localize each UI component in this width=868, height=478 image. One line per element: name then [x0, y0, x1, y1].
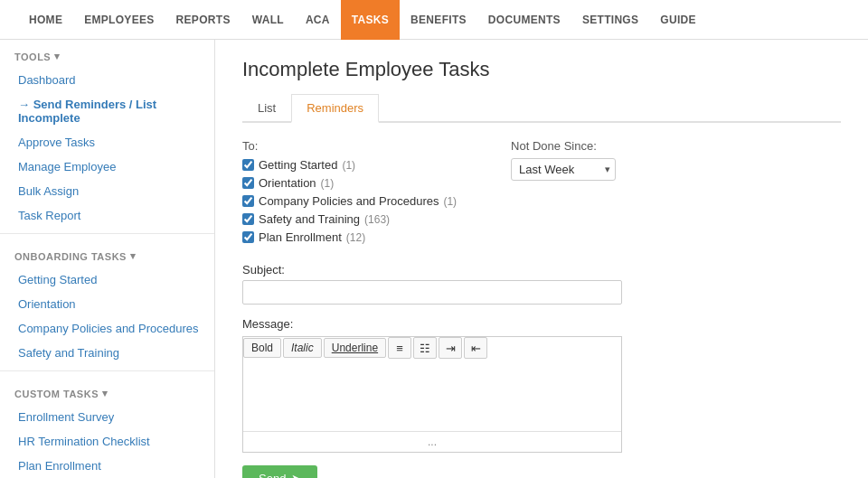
sidebar-item-approve-tasks[interactable]: Approve Tasks: [0, 130, 214, 155]
checkbox-plan-enrollment-input[interactable]: [242, 231, 254, 243]
sidebar-item-manage-employee[interactable]: Manage Employee: [0, 155, 214, 179]
tools-section-header: TOOLS ▾: [0, 40, 214, 68]
checkbox-company-policies[interactable]: Company Policies and Procedures (1): [242, 194, 457, 208]
sidebar-item-getting-started[interactable]: Getting Started: [0, 267, 214, 292]
editor-toolbar: Bold Italic Underline ≡ ☷ ⇥ ⇤: [243, 337, 621, 359]
sidebar-item-hr-termination-checklist[interactable]: HR Termination Checklist: [0, 429, 214, 454]
sidebar-item-plan-enrollment[interactable]: Plan Enrollment: [0, 454, 214, 478]
sidebar-item-company-policies[interactable]: Company Policies and Procedures: [0, 316, 214, 341]
checkbox-getting-started-input[interactable]: [242, 159, 254, 171]
sidebar-item-send-reminders[interactable]: Send Reminders / List Incomplete: [0, 92, 214, 130]
checkbox-orientation[interactable]: Orientation (1): [242, 176, 457, 190]
message-textarea[interactable]: [243, 359, 621, 431]
subject-label: Subject:: [242, 263, 841, 276]
nav-wall[interactable]: WALL: [241, 0, 295, 40]
underline-button[interactable]: Underline: [324, 338, 386, 358]
nav-guide[interactable]: GUIDE: [649, 0, 707, 40]
send-button[interactable]: Send ➤: [242, 465, 317, 478]
tab-reminders[interactable]: Reminders: [291, 94, 379, 123]
nav-aca[interactable]: ACA: [295, 0, 341, 40]
not-done-select-wrapper: Last Week Last Month Last 3 Months Last …: [511, 158, 616, 181]
checkbox-getting-started-label: Getting Started: [259, 158, 337, 172]
nav-settings[interactable]: SETTINGS: [571, 0, 649, 40]
message-editor: Bold Italic Underline ≡ ☷ ⇥ ⇤ ...: [242, 336, 622, 453]
subject-input[interactable]: [242, 280, 622, 305]
top-nav: HOME EMPLOYEES REPORTS WALL ACA TASKS BE…: [0, 0, 868, 40]
subject-section: Subject:: [242, 263, 841, 305]
tools-chevron-icon: ▾: [54, 51, 61, 62]
main-content: Incomplete Employee Tasks List Reminders…: [215, 40, 868, 478]
sidebar: TOOLS ▾ Dashboard Send Reminders / List …: [0, 40, 215, 478]
sidebar-item-enrollment-survey[interactable]: Enrollment Survey: [0, 405, 214, 429]
nav-home[interactable]: HOME: [18, 0, 73, 40]
italic-button[interactable]: Italic: [283, 338, 322, 358]
not-done-section: Not Done Since: Last Week Last Month Las…: [511, 139, 616, 248]
list-unordered-icon[interactable]: ≡: [388, 337, 411, 359]
checkbox-safety-training-input[interactable]: [242, 213, 254, 225]
page-title: Incomplete Employee Tasks: [242, 58, 841, 81]
checkbox-getting-started[interactable]: Getting Started (1): [242, 158, 457, 172]
sidebar-item-orientation[interactable]: Orientation: [0, 292, 214, 316]
checkbox-plan-enrollment-count: (12): [346, 231, 365, 244]
to-label: To:: [242, 139, 457, 153]
nav-employees[interactable]: EMPLOYEES: [73, 0, 165, 40]
not-done-label: Not Done Since:: [511, 139, 616, 153]
sidebar-item-task-report[interactable]: Task Report: [0, 203, 214, 228]
send-icon: ➤: [291, 472, 301, 478]
outdent-icon[interactable]: ⇤: [464, 337, 487, 359]
editor-footer: ...: [243, 431, 621, 452]
nav-tasks[interactable]: TASKS: [341, 0, 400, 40]
list-ordered-icon[interactable]: ☷: [413, 337, 437, 359]
checkbox-plan-enrollment-label: Plan Enrollment: [259, 230, 342, 244]
onboarding-chevron-icon: ▾: [130, 250, 137, 262]
nav-benefits[interactable]: BENEFITS: [400, 0, 477, 40]
indent-icon[interactable]: ⇥: [439, 337, 462, 359]
nav-documents[interactable]: DOCUMENTS: [477, 0, 571, 40]
checkbox-company-policies-input[interactable]: [242, 195, 254, 207]
sidebar-item-dashboard[interactable]: Dashboard: [0, 68, 214, 92]
sidebar-item-safety-training[interactable]: Safety and Training: [0, 341, 214, 365]
to-section: To: Getting Started (1) Orientation (1) …: [242, 139, 457, 248]
checkbox-plan-enrollment[interactable]: Plan Enrollment (12): [242, 230, 457, 244]
tabs: List Reminders: [242, 94, 841, 123]
checkbox-orientation-input[interactable]: [242, 177, 254, 189]
checkbox-company-policies-label: Company Policies and Procedures: [259, 194, 439, 208]
not-done-select[interactable]: Last Week Last Month Last 3 Months Last …: [511, 158, 616, 181]
checkbox-safety-training-label: Safety and Training: [259, 212, 360, 226]
checkbox-orientation-count: (1): [321, 177, 335, 190]
checkbox-safety-training-count: (163): [364, 213, 390, 226]
custom-chevron-icon: ▾: [102, 388, 108, 399]
tab-list[interactable]: List: [242, 94, 291, 123]
checkbox-safety-training[interactable]: Safety and Training (163): [242, 212, 457, 226]
checkbox-company-policies-count: (1): [443, 195, 457, 208]
custom-section-header: CUSTOM TASKS ▾: [0, 377, 214, 405]
checkbox-orientation-label: Orientation: [259, 176, 316, 190]
send-label: Send: [259, 472, 286, 478]
checkbox-getting-started-count: (1): [342, 159, 355, 172]
message-label: Message:: [242, 317, 841, 331]
message-section: Message: Bold Italic Underline ≡ ☷ ⇥ ⇤ .…: [242, 317, 841, 453]
bold-button[interactable]: Bold: [243, 338, 281, 358]
sidebar-item-bulk-assign[interactable]: Bulk Assign: [0, 179, 214, 203]
onboarding-section-header: ONBOARDING TASKS ▾: [0, 239, 214, 267]
nav-reports[interactable]: REPORTS: [165, 0, 241, 40]
